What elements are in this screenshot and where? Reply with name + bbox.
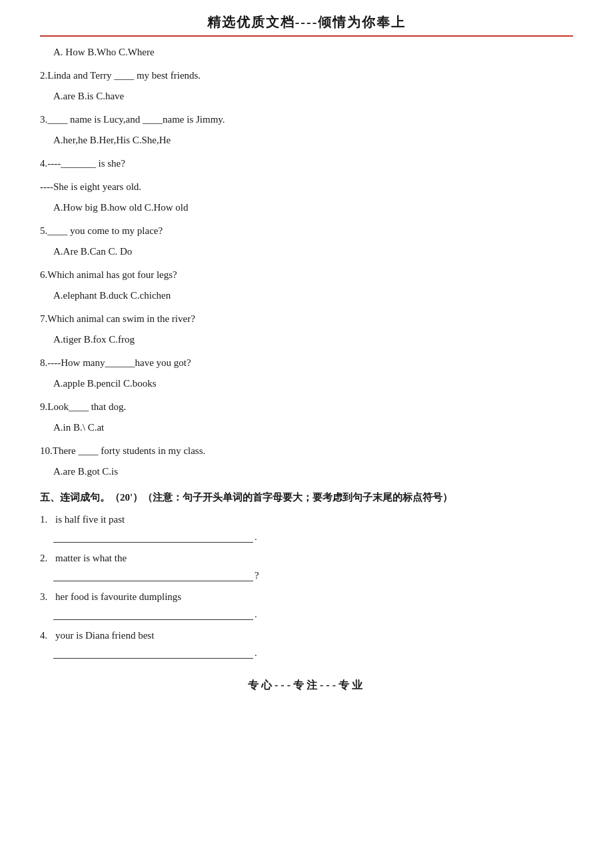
q2-choices: A.are B.is C.have	[40, 87, 573, 105]
s5-item1-text: is half five it past	[55, 514, 125, 525]
q6-choices: A.elephant B.duck C.chichen	[40, 287, 573, 305]
s5-item1-endmark: .	[255, 531, 257, 543]
s5-item1-underline	[53, 542, 253, 543]
q5-choices: A.Are B.Can C. Do	[40, 243, 573, 261]
s5-item4-underline	[53, 658, 253, 659]
q1-choices: A. How B.Who C.Where	[40, 43, 573, 61]
q9-choices: A.in B.\ C.at	[40, 419, 573, 437]
header-title: 精选优质文档----倾情为你奉上	[40, 13, 573, 31]
q4-choices: A.How big B.how old C.How old	[40, 199, 573, 217]
s5-item4-blank-line: .	[53, 647, 573, 659]
q2-text: 2.Linda and Terry ____ my best friends.	[40, 67, 573, 85]
s5-item3-endmark: .	[255, 609, 257, 620]
s5-item2-text: matter is what the	[55, 553, 127, 563]
page-footer: 专心---专注---专业	[40, 679, 573, 693]
q5-text: 5.____ you come to my place?	[40, 222, 573, 240]
section5-header: 五、连词成句。（20'）（注意：句子开头单词的首字母要大；要考虑到句子末尾的标点…	[40, 491, 573, 504]
q7-text: 7.Which animal can swim in the river?	[40, 310, 573, 328]
q7-choices: A.tiger B.fox C.frog	[40, 331, 573, 349]
s5-item3-text: her food is favourite dumplings	[55, 591, 181, 602]
s5-item4-words: 4. your is Diana friend best	[40, 627, 573, 645]
s5-item2-underline	[53, 581, 253, 581]
q6-text: 6.Which animal has got four legs?	[40, 266, 573, 284]
q10-choices: A.are B.got C.is	[40, 463, 573, 481]
s5-item3-num: 3.	[40, 591, 47, 602]
s5-item1-num: 1.	[40, 514, 47, 525]
q3-choices: A.her,he B.Her,His C.She,He	[40, 131, 573, 149]
s5-item3-words: 3. her food is favourite dumplings	[40, 588, 573, 606]
s5-item3-blank-line: .	[53, 609, 573, 620]
q8-text: 8.----How many______have you got?	[40, 354, 573, 372]
q3-text: 3.____ name is Lucy,and ____name is Jimm…	[40, 111, 573, 129]
section5: 五、连词成句。（20'）（注意：句子开头单词的首字母要大；要考虑到句子末尾的标点…	[40, 491, 573, 659]
s5-item1-words: 1. is half five it past	[40, 511, 573, 529]
q4-text: 4.----_______ is she?	[40, 155, 573, 173]
s5-item3-underline	[53, 619, 253, 620]
q10-text: 10.There ____ forty students in my class…	[40, 442, 573, 460]
footer-text: 专心---专注---专业	[248, 679, 365, 691]
s5-item4-text: your is Diana friend best	[55, 630, 154, 641]
q8-choices: A.apple B.pencil C.books	[40, 375, 573, 393]
q9-text: 9.Look____ that dog.	[40, 398, 573, 416]
s5-item4-num: 4.	[40, 630, 47, 641]
s5-item2-words: 2. matter is what the	[40, 549, 573, 567]
s5-item2-blank-line: ?	[53, 570, 573, 581]
q4-subtext: ----She is eight years old.	[40, 178, 573, 196]
page-header: 精选优质文档----倾情为你奉上	[40, 13, 573, 37]
s5-item2-num: 2.	[40, 553, 47, 563]
questions-section: A. How B.Who C.Where 2.Linda and Terry _…	[40, 43, 573, 481]
s5-item2-endmark: ?	[255, 570, 259, 581]
s5-item4-endmark: .	[255, 647, 257, 659]
s5-item1-blank-line: .	[53, 531, 573, 543]
q1-choice-a: A. How B.Who C.Where	[53, 47, 155, 57]
